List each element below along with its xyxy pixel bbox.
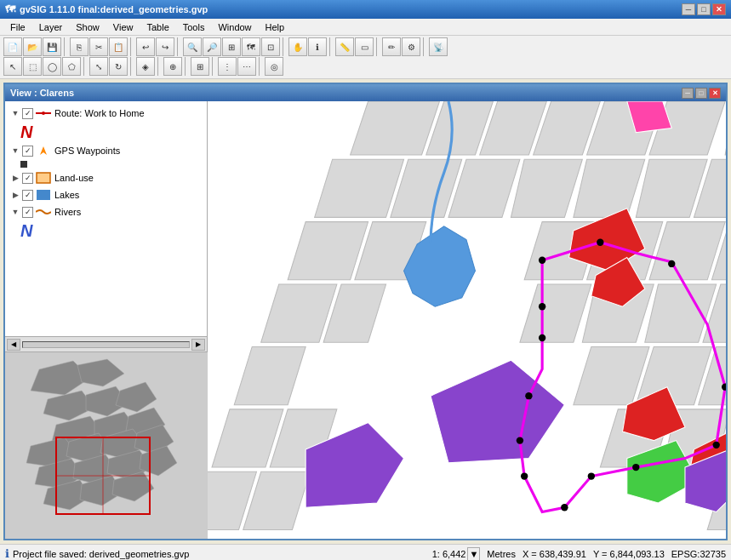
view-minimize-button[interactable]: ─ bbox=[682, 88, 694, 99]
select-poly-button[interactable]: ⬠ bbox=[62, 57, 81, 76]
redo-button[interactable]: ↪ bbox=[156, 37, 174, 56]
status-units: Metres bbox=[487, 549, 516, 559]
svg-point-77 bbox=[597, 239, 603, 246]
status-y: Y = 6,844,093.13 bbox=[593, 549, 665, 559]
toc-layer-landuse[interactable]: ▶ Land-use bbox=[7, 169, 205, 186]
main-area: View : Clarens ─ □ ✕ ▼ bbox=[0, 79, 731, 544]
toc-expand-lakes[interactable]: ▶ bbox=[9, 188, 22, 202]
toc-icon-gps bbox=[36, 144, 51, 157]
save-button[interactable]: 💾 bbox=[43, 37, 61, 56]
zoom-sel-button[interactable]: ⊡ bbox=[261, 37, 280, 56]
toc-label-lakes: Lakes bbox=[54, 190, 79, 200]
left-panel: ▼ Route: Work to Home N bbox=[5, 101, 208, 539]
status-message: Project file saved: derived_geometries.g… bbox=[13, 549, 432, 559]
map-area[interactable] bbox=[208, 101, 726, 539]
pan-button[interactable]: ✋ bbox=[288, 37, 307, 56]
toc-legend-route: N bbox=[7, 122, 205, 142]
gps-button[interactable]: 📡 bbox=[429, 37, 448, 56]
toc-expand-rivers[interactable]: ▼ bbox=[9, 205, 22, 219]
sep6 bbox=[376, 37, 380, 56]
measure-dist-button[interactable]: 📏 bbox=[335, 37, 354, 56]
toc-expand-route[interactable]: ▼ bbox=[9, 106, 22, 120]
info-button[interactable]: ℹ bbox=[308, 37, 327, 56]
menu-layer[interactable]: Layer bbox=[32, 20, 70, 34]
menu-table[interactable]: Table bbox=[140, 20, 175, 34]
view-close-button[interactable]: ✕ bbox=[709, 88, 721, 99]
svg-point-84 bbox=[525, 392, 532, 399]
scroll-track[interactable] bbox=[22, 341, 190, 348]
toc-checkbox-rivers[interactable] bbox=[22, 207, 33, 218]
toc-layer-route[interactable]: ▼ Route: Work to Home bbox=[7, 105, 205, 122]
toc-checkbox-gps[interactable] bbox=[22, 146, 33, 157]
settings-button[interactable]: ⚙ bbox=[402, 37, 420, 56]
view-title-label: View : Clarens bbox=[10, 88, 74, 98]
close-button[interactable]: ✕ bbox=[712, 3, 726, 15]
menu-file[interactable]: File bbox=[3, 20, 32, 34]
svg-point-76 bbox=[539, 257, 545, 264]
toc-icon-landuse bbox=[36, 171, 51, 185]
open-button[interactable]: 📂 bbox=[23, 37, 42, 56]
menu-help[interactable]: Help bbox=[259, 20, 292, 34]
view-window: View : Clarens ─ □ ✕ ▼ bbox=[3, 83, 728, 540]
zoom-out-button[interactable]: 🔎 bbox=[203, 37, 221, 56]
toc-layer-rivers[interactable]: ▼ Rivers bbox=[7, 203, 205, 220]
window-title: gvSIG 1.11.0 final:derived_geometries.gv… bbox=[20, 4, 682, 14]
select-rect-button[interactable]: ⬚ bbox=[23, 57, 42, 76]
select-button[interactable]: ↖ bbox=[3, 57, 22, 76]
zoom-layer-button[interactable]: 🗺 bbox=[242, 37, 260, 56]
toc-icon-rivers bbox=[36, 205, 51, 219]
toc-legend-rivers: N bbox=[7, 220, 205, 241]
rotate-button[interactable]: ↻ bbox=[109, 57, 128, 76]
sep11 bbox=[185, 57, 188, 76]
overview-map-svg bbox=[5, 352, 208, 539]
grid-button[interactable]: ⊞ bbox=[191, 57, 209, 76]
toc-checkbox-lakes[interactable] bbox=[22, 190, 33, 201]
menu-show[interactable]: Show bbox=[69, 20, 106, 34]
sep12 bbox=[212, 57, 215, 76]
toc-label-rivers: Rivers bbox=[54, 207, 81, 217]
buffer-button[interactable]: ◎ bbox=[265, 57, 283, 76]
status-epsg: EPSG:32735 bbox=[671, 549, 726, 559]
toc-expand-landuse[interactable]: ▶ bbox=[9, 171, 22, 185]
view-maximize-button[interactable]: □ bbox=[695, 88, 707, 99]
menu-window[interactable]: Window bbox=[211, 20, 258, 34]
merge-button[interactable]: ⋯ bbox=[237, 57, 256, 76]
toc-expand-gps[interactable]: ▼ bbox=[9, 144, 22, 157]
zoom-full-button[interactable]: ⊞ bbox=[222, 37, 241, 56]
new-button[interactable]: 📄 bbox=[3, 37, 22, 56]
scale-label: 1: 6,442 bbox=[432, 549, 466, 559]
view-title-bar: View : Clarens ─ □ ✕ bbox=[5, 84, 726, 101]
select-circle-button[interactable]: ◯ bbox=[43, 57, 61, 76]
menu-tools[interactable]: Tools bbox=[176, 20, 212, 34]
toc-scrollbar[interactable]: ◀ ▶ bbox=[5, 336, 207, 351]
scale-dropdown[interactable]: ▼ bbox=[467, 547, 480, 561]
svg-rect-3 bbox=[37, 190, 50, 200]
scroll-left-button[interactable]: ◀ bbox=[7, 339, 20, 351]
undo-button[interactable]: ↩ bbox=[136, 37, 155, 56]
menu-view[interactable]: View bbox=[106, 20, 140, 34]
sep4 bbox=[283, 37, 286, 56]
toc-checkbox-route[interactable] bbox=[22, 108, 33, 119]
svg-point-0 bbox=[42, 111, 45, 115]
toc-label-landuse: Land-use bbox=[54, 173, 94, 183]
move-button[interactable]: ⤡ bbox=[89, 57, 108, 76]
split-button[interactable]: ⋮ bbox=[218, 57, 237, 76]
map-svg bbox=[208, 101, 726, 539]
toc-layer-gps[interactable]: ▼ GPS Waypoints bbox=[7, 142, 205, 159]
paste-button[interactable]: 📋 bbox=[109, 37, 128, 56]
rivers-legend-symbol: N bbox=[20, 222, 32, 239]
toc-checkbox-landuse[interactable] bbox=[22, 173, 33, 184]
minimize-button[interactable]: ─ bbox=[682, 3, 695, 15]
vertex-button[interactable]: ◈ bbox=[136, 57, 155, 76]
toc-layer-lakes[interactable]: ▶ Lakes bbox=[7, 186, 205, 203]
edit-button[interactable]: ✏ bbox=[382, 37, 401, 56]
cut-button[interactable]: ✂ bbox=[89, 37, 108, 56]
scroll-right-button[interactable]: ▶ bbox=[191, 339, 205, 351]
copy-button[interactable]: ⎘ bbox=[70, 37, 89, 56]
snap-button[interactable]: ⊕ bbox=[163, 57, 182, 76]
zoom-in-button[interactable]: 🔍 bbox=[183, 37, 202, 56]
maximize-button[interactable]: □ bbox=[697, 3, 711, 15]
sep8 bbox=[83, 57, 87, 76]
toc-label-route: Route: Work to Home bbox=[54, 108, 145, 118]
measure-area-button[interactable]: ▭ bbox=[355, 37, 374, 56]
